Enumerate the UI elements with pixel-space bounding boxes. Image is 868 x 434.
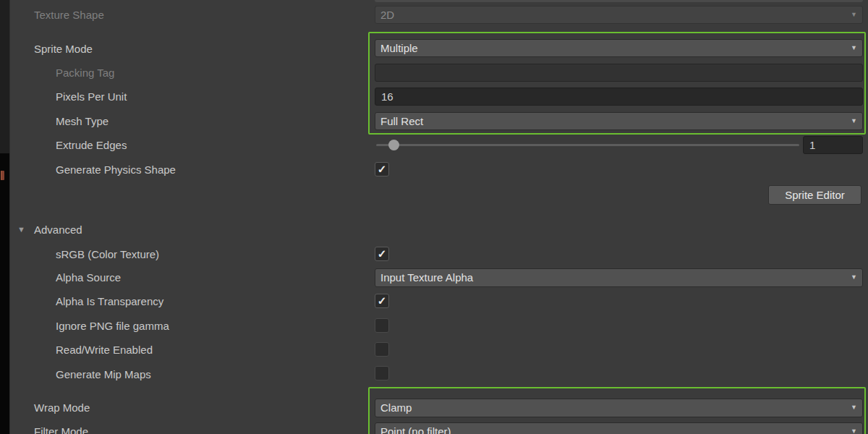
- sprite-mode-label: Sprite Mode: [34, 40, 93, 58]
- extrude-edges-slider-handle[interactable]: [388, 140, 399, 150]
- alpha-is-transparency-label: Alpha Is Transparency: [56, 292, 163, 310]
- checkmark-icon: ✓: [378, 247, 387, 260]
- filter-mode-label: Filter Mode: [34, 422, 88, 434]
- unity-inspector-texture-import-settings: { "colors": { "highlight_green": "#6ABE3…: [0, 0, 868, 434]
- read-write-enabled-checkbox[interactable]: [375, 342, 389, 357]
- alpha-source-dropdown[interactable]: Input Texture Alpha ▼: [375, 268, 863, 287]
- read-write-enabled-label: Read/Write Enabled: [56, 341, 153, 359]
- alpha-source-label: Alpha Source: [56, 268, 121, 286]
- filter-mode-dropdown[interactable]: Point (no filter) ▼: [375, 422, 863, 434]
- dropdown-arrow-icon: ▼: [851, 113, 857, 129]
- panel-divider[interactable]: [9, 0, 10, 434]
- filter-mode-value: Point (no filter): [380, 425, 451, 434]
- extrude-edges-label: Extrude Edges: [56, 136, 127, 154]
- texture-shape-dropdown: 2D ▼: [375, 6, 863, 24]
- generate-mip-maps-label: Generate Mip Maps: [56, 365, 151, 383]
- checkmark-icon: ✓: [378, 163, 387, 175]
- srgb-label: sRGB (Color Texture): [56, 245, 159, 263]
- sprite-mode-value: Multiple: [380, 42, 418, 54]
- texture-shape-label: Texture Shape: [34, 6, 104, 24]
- generate-physics-shape-checkbox[interactable]: ✓: [375, 162, 389, 176]
- pixels-per-unit-input[interactable]: 16: [375, 88, 863, 106]
- mesh-type-dropdown[interactable]: Full Rect ▼: [375, 112, 863, 130]
- foldout-arrow-icon[interactable]: ▼: [17, 221, 25, 239]
- extrude-edges-value-input[interactable]: 1: [803, 136, 863, 154]
- dropdown-arrow-icon: ▼: [851, 399, 857, 416]
- checkmark-icon: ✓: [378, 294, 387, 307]
- generate-physics-shape-label: Generate Physics Shape: [56, 161, 176, 179]
- clipped-control-above: [375, 0, 863, 2]
- sprite-editor-button[interactable]: Sprite Editor: [768, 185, 861, 205]
- wrap-mode-label: Wrap Mode: [34, 399, 90, 417]
- dropdown-arrow-icon: ▼: [851, 269, 857, 286]
- srgb-checkbox[interactable]: ✓: [375, 247, 389, 261]
- generate-mip-maps-checkbox[interactable]: [375, 366, 389, 380]
- wrap-mode-value: Clamp: [380, 401, 412, 414]
- dropdown-arrow-icon: ▼: [851, 7, 857, 23]
- packing-tag-label: Packing Tag: [56, 64, 114, 82]
- pixels-per-unit-value: 16: [381, 90, 393, 103]
- extrude-edges-slider[interactable]: [376, 144, 799, 146]
- mesh-type-label: Mesh Type: [56, 112, 109, 130]
- sprite-mode-dropdown[interactable]: Multiple ▼: [375, 39, 863, 57]
- extrude-edges-value: 1: [809, 139, 815, 151]
- left-edge-marker: [1, 171, 4, 180]
- ignore-png-gamma-checkbox[interactable]: [375, 318, 389, 333]
- dropdown-arrow-icon: ▼: [851, 40, 857, 56]
- ignore-png-gamma-label: Ignore PNG file gamma: [56, 317, 169, 335]
- left-panel-strip-lower: [0, 153, 9, 434]
- alpha-source-value: Input Texture Alpha: [380, 271, 473, 284]
- texture-shape-value: 2D: [380, 9, 394, 21]
- packing-tag-input[interactable]: [375, 64, 863, 82]
- advanced-foldout-label[interactable]: Advanced: [34, 221, 82, 239]
- left-panel-strip: [0, 0, 9, 434]
- dropdown-arrow-icon: ▼: [851, 423, 857, 434]
- pixels-per-unit-label: Pixels Per Unit: [56, 88, 127, 106]
- alpha-is-transparency-checkbox[interactable]: ✓: [375, 294, 389, 308]
- wrap-mode-dropdown[interactable]: Clamp ▼: [375, 399, 863, 417]
- mesh-type-value: Full Rect: [380, 115, 423, 127]
